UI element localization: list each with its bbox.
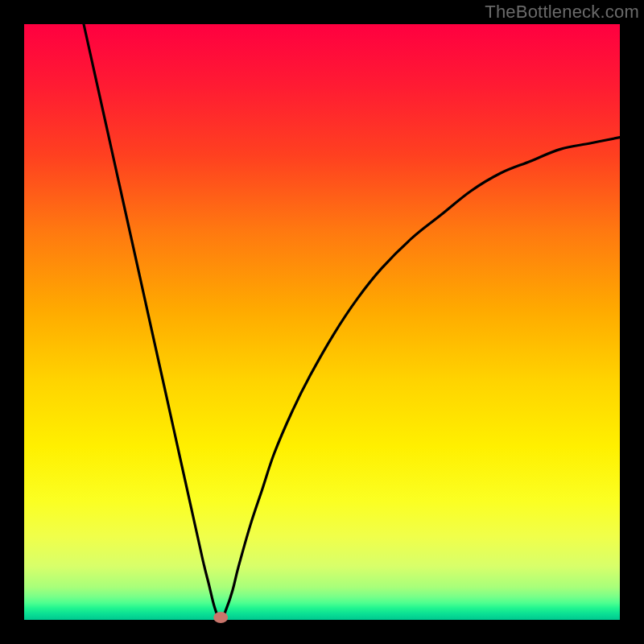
watermark-text: TheBottleneck.com: [485, 2, 639, 23]
chart-frame: TheBottleneck.com: [0, 0, 644, 644]
bottleneck-curve: [84, 24, 620, 620]
min-point-marker: [213, 612, 228, 623]
plot-area: [24, 24, 620, 620]
curve-layer: [24, 24, 620, 620]
